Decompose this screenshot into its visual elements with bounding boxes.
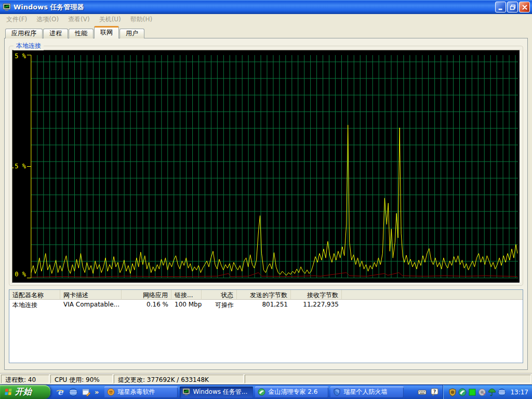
lion-icon [107, 388, 115, 396]
shield-icon [333, 388, 341, 396]
cell-bytes-received: 11,227,935 [291, 300, 342, 309]
table-row[interactable]: 本地连接VIA Compatable...0.16 %100 Mbps可操作80… [9, 300, 523, 309]
status-panel-2: 提交更改: 377692K / 633148K [114, 375, 244, 383]
start-label: 开始 [15, 387, 32, 397]
svg-text:?: ? [433, 389, 436, 394]
connection-groupbox: 本地连接 5 %2.5 %0 % [9, 46, 523, 286]
taskbar-button-label: 瑞星个人防火墙 [343, 388, 387, 396]
cell-nic-description: VIA Compatable... [60, 300, 122, 309]
listview-header: 适配器名称网卡描述网络应用链接...状态发送的字节数接收字节数 [9, 290, 523, 300]
client-area: 应用程序进程性能联网用户 本地连接 5 %2.5 %0 % 适配器名称网卡描述网… [0, 25, 532, 384]
green-square-icon[interactable] [468, 388, 476, 396]
svg-text:0 %: 0 % [15, 271, 26, 278]
desktop-screen: Windows 任务管理器 文件(F)选项(O)查看(V)关机(U)帮助(H) … [0, 0, 532, 399]
status-panel-1: CPU 使用: 90% [50, 375, 113, 383]
column-header-adapter-name[interactable]: 适配器名称 [9, 290, 60, 300]
menu-item-4[interactable]: 帮助(H) [126, 14, 157, 25]
speaker-icon[interactable] [478, 388, 486, 396]
rising-lion-icon[interactable] [448, 388, 457, 396]
menubar: 文件(F)选项(O)查看(V)关机(U)帮助(H) [0, 14, 532, 25]
taskbar-button-shield[interactable]: 瑞星个人防火墙 [330, 387, 404, 398]
window-title: Windows 任务管理器 [14, 3, 494, 12]
taskbar-button-label: Windows 任务管... [193, 388, 247, 396]
kingsoft-swoosh-icon[interactable] [458, 388, 467, 396]
column-header-network-utilization[interactable]: 网络应用 [122, 290, 171, 300]
cell-filler [342, 300, 523, 309]
tab-strip: 应用程序进程性能联网用户 [4, 26, 528, 38]
quick-launch: e» [50, 385, 103, 399]
task-button-area: 瑞星杀毒软件Windows 任务管...金山清理专家 2.6瑞星个人防火墙 [103, 385, 414, 399]
svg-text:e: e [58, 388, 63, 397]
column-header-filler [342, 290, 523, 300]
taskmgr-icon [182, 388, 190, 396]
listview-rows: 本地连接VIA Compatable...0.16 %100 Mbps可操作80… [9, 300, 523, 309]
windows-flag-icon [4, 388, 12, 396]
start-button[interactable]: 开始 [0, 385, 50, 399]
task-manager-icon [3, 3, 11, 11]
keyboard-icon[interactable] [418, 388, 427, 396]
tab-应用程序[interactable]: 应用程序 [5, 29, 43, 38]
system-tray: 13:17 [443, 385, 532, 399]
taskbar-button-taskmgr[interactable]: Windows 任务管... [180, 387, 253, 398]
umbrella-icon[interactable] [488, 388, 496, 396]
menu-item-3[interactable]: 关机(U) [95, 14, 126, 25]
svg-text:5 %: 5 % [15, 52, 26, 60]
task-manager-window: Windows 任务管理器 文件(F)选项(O)查看(V)关机(U)帮助(H) … [0, 0, 532, 384]
cell-network-utilization: 0.16 % [122, 300, 171, 309]
cell-state: 可操作 [202, 300, 237, 309]
cell-link-speed: 100 Mbps [171, 300, 202, 309]
restore-button[interactable] [507, 2, 518, 12]
kingsoft-icon [258, 388, 265, 396]
tab-联网[interactable]: 联网 [94, 26, 119, 38]
taskbar-button-lion[interactable]: 瑞星杀毒软件 [104, 387, 178, 398]
ie-icon[interactable]: e [56, 388, 65, 397]
close-button[interactable] [519, 2, 530, 12]
column-header-state[interactable]: 状态 [202, 290, 237, 300]
column-header-nic-description[interactable]: 网卡描述 [60, 290, 122, 300]
taskbar-clock[interactable]: 13:17 [510, 389, 528, 396]
status-panel-0: 进程数: 40 [1, 375, 49, 383]
tab-用户[interactable]: 用户 [119, 29, 144, 38]
taskbar-button-label: 金山清理专家 2.6 [268, 388, 317, 396]
column-header-bytes-received[interactable]: 接收字节数 [291, 290, 342, 300]
quick-launch-chevron-icon[interactable]: » [95, 388, 99, 396]
striped-globe-icon[interactable] [69, 388, 78, 397]
help-bubble-icon[interactable]: ? [430, 388, 439, 396]
menu-item-0[interactable]: 文件(F) [2, 14, 32, 25]
tab-进程[interactable]: 进程 [43, 29, 68, 38]
taskbar: 开始 e» 瑞星杀毒软件Windows 任务管...金山清理专家 2.6瑞星个人… [0, 384, 532, 399]
column-header-link-speed[interactable]: 链接... [171, 290, 202, 300]
taskbar-button-kingsoft[interactable]: 金山清理专家 2.6 [255, 387, 328, 398]
network-utilization-graph: 5 %2.5 %0 % [12, 50, 520, 283]
titlebar[interactable]: Windows 任务管理器 [0, 0, 532, 14]
mail-pen-icon[interactable] [82, 388, 91, 397]
groupbox-label: 本地连接 [14, 42, 44, 50]
language-bar: ? [414, 385, 443, 399]
networking-tab-page: 本地连接 5 %2.5 %0 % 适配器名称网卡描述网络应用链接...状态发送的… [4, 38, 528, 370]
statusbar: 进程数: 40CPU 使用: 90%提交更改: 377692K / 633148… [0, 373, 532, 384]
status-panel-3 [245, 375, 531, 383]
tab-性能[interactable]: 性能 [69, 29, 94, 38]
column-header-bytes-sent[interactable]: 发送的字节数 [237, 290, 291, 300]
cell-bytes-sent: 801,251 [237, 300, 291, 309]
menu-item-2[interactable]: 查看(V) [63, 14, 95, 25]
striped-globe-icon[interactable] [498, 388, 506, 396]
minimize-button[interactable] [495, 2, 506, 12]
cell-adapter-name: 本地连接 [9, 300, 60, 309]
taskbar-button-label: 瑞星杀毒软件 [117, 388, 155, 396]
menu-item-1[interactable]: 选项(O) [32, 14, 63, 25]
adapter-listview[interactable]: 适配器名称网卡描述网络应用链接...状态发送的字节数接收字节数 本地连接VIA … [9, 289, 523, 363]
svg-text:2.5 %: 2.5 % [12, 163, 26, 170]
